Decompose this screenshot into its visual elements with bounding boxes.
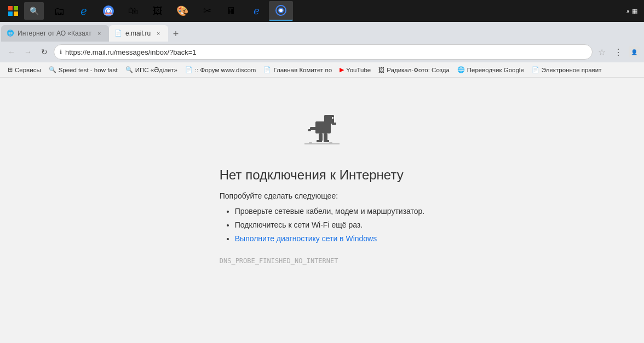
reload-button[interactable]: ↻ (37, 45, 51, 59)
bookmark-forum-icon: 📄 (185, 66, 193, 73)
browser-menu-button[interactable]: ⋮ (611, 45, 625, 59)
bookmarks-bar: ⊞ Сервисы 🔍 Speed test - how fast 🔍 ИПС … (0, 62, 644, 78)
taskbar-paint[interactable]: 🎨 (170, 1, 194, 21)
tabs-bar: 🌐 Интернет от АО «Казахт × 📄 e.mail.ru ×… (0, 22, 644, 42)
tab-1[interactable]: 🌐 Интернет от АО «Казахт × (1, 25, 109, 42)
tray-expand[interactable]: ∧ (626, 8, 630, 14)
new-tab-button[interactable]: + (168, 26, 183, 42)
tray-clock: ▦ (632, 8, 637, 15)
bookmark-servisy-icon: ⊞ (8, 66, 13, 73)
error-list: Проверьте сетевые кабели, модем и маршру… (220, 205, 425, 246)
bookmark-forum-label: :: Форум www.discom (195, 67, 256, 73)
error-content: Нет подключения к Интернету Попробуйте с… (220, 167, 425, 265)
bookmark-radikal-label: Радикал-Фото: Созда (387, 67, 450, 73)
address-bar: ← → ↻ ℹ https://e.mail.ru/messages/inbox… (0, 42, 644, 62)
start-button[interactable] (3, 1, 23, 21)
bookmark-egov-label: Электронное правит (542, 67, 602, 73)
error-suggestion-2: Подключитесь к сети Wi‑Fi ещё раз. (235, 218, 425, 232)
bookmark-adilet[interactable]: 🔍 ИПС «Әділет» (122, 64, 181, 76)
error-suggestion: Попробуйте сделать следующее: (220, 191, 425, 200)
svg-rect-15 (324, 133, 327, 141)
bookmark-youtube[interactable]: ▶ YouTube (336, 64, 374, 76)
taskbar-pinned-apps: 🗂 ℯ 🛍 🖼 🎨 (47, 1, 293, 21)
error-code: DNS_PROBE_FINISHED_NO_INTERNET (220, 257, 425, 265)
bookmark-glavnaya-icon: 📄 (263, 66, 271, 73)
tab-1-favicon: 🌐 (7, 30, 14, 37)
bookmark-speedtest-icon: 🔍 (49, 66, 56, 73)
svg-rect-11 (322, 128, 325, 130)
bookmark-translate-label: Переводчик Google (467, 67, 524, 73)
taskbar-chrome[interactable] (96, 1, 120, 21)
error-suggestion-1: Проверьте сетевые кабели, модем и маршру… (235, 205, 425, 218)
taskbar-edge[interactable]: ℯ (72, 1, 96, 21)
svg-rect-19 (309, 142, 312, 144)
tab-2-favicon: 📄 (114, 30, 122, 37)
bookmark-glavnaya-label: Главная Комитет по (273, 67, 332, 73)
bookmark-adilet-label: ИПС «Әділет» (135, 66, 177, 74)
url-box[interactable]: ℹ https://e.mail.ru/messages/inbox/?back… (54, 44, 593, 60)
svg-point-6 (279, 9, 283, 12)
page-content: Нет подключения к Интернету Попробуйте с… (0, 78, 644, 343)
bookmark-translate-icon: 🌐 (457, 66, 465, 73)
bookmark-speedtest[interactable]: 🔍 Speed test - how fast (45, 64, 121, 76)
tab-2-close[interactable]: × (154, 29, 163, 38)
svg-rect-16 (317, 140, 322, 142)
bookmark-radikal-icon: 🖼 (378, 67, 384, 73)
back-button[interactable]: ← (4, 45, 19, 59)
bookmark-servisy-label: Сервисы (15, 67, 41, 73)
svg-rect-14 (319, 133, 323, 141)
bookmark-egov-icon: 📄 (532, 66, 539, 73)
svg-rect-12 (310, 127, 317, 130)
bookmark-adilet-icon: 🔍 (125, 66, 133, 73)
svg-rect-20 (329, 142, 332, 144)
forward-button[interactable]: → (21, 45, 35, 59)
tab-1-close[interactable]: × (95, 29, 104, 38)
bookmark-egov[interactable]: 📄 Электронное правит (528, 64, 605, 76)
taskbar-ie[interactable]: ℯ (244, 1, 268, 21)
bookmark-servisy[interactable]: ⊞ Сервисы (4, 64, 44, 76)
svg-rect-17 (324, 140, 329, 142)
extension-icon[interactable]: 👤 (629, 46, 640, 57)
tab-1-title: Интернет от АО «Казахт (18, 30, 91, 37)
svg-rect-9 (332, 117, 334, 119)
svg-rect-13 (308, 129, 311, 131)
url-text: https://e.mail.ru/messages/inbox/?back=1 (65, 48, 586, 56)
svg-rect-10 (332, 123, 336, 125)
bookmark-glavnaya[interactable]: 📄 Главная Комитет по (260, 64, 335, 76)
bookmark-radikal[interactable]: 🖼 Радикал-Фото: Созда (375, 64, 453, 76)
taskbar: 🔍 🗂 ℯ 🛍 🖼 (0, 0, 644, 22)
secure-icon: ℹ (60, 49, 62, 56)
bookmark-youtube-label: YouTube (346, 67, 371, 73)
taskbar-store[interactable]: 🛍 (121, 1, 145, 21)
taskbar-photos[interactable]: 🖼 (146, 1, 170, 21)
error-diagnostics-link[interactable]: Выполните диагностику сети в Windows (235, 234, 377, 243)
bookmark-translate[interactable]: 🌐 Переводчик Google (454, 64, 527, 76)
svg-rect-8 (324, 115, 334, 124)
dino-svg (304, 111, 340, 149)
taskbar-calculator[interactable]: 🖩 (220, 1, 244, 21)
taskbar-chrome-active[interactable] (269, 1, 293, 21)
search-icon: 🔍 (30, 7, 39, 15)
bookmark-forum[interactable]: 📄 :: Форум www.discom (182, 64, 260, 76)
dino-illustration (304, 111, 340, 151)
system-tray: ∧ ▦ (626, 8, 641, 15)
error-title: Нет подключения к Интернету (220, 167, 425, 183)
bookmark-star-button[interactable]: ☆ (595, 45, 609, 59)
tab-2-title: e.mail.ru (125, 30, 151, 37)
bookmark-youtube-icon: ▶ (340, 66, 344, 73)
taskbar-search-button[interactable]: 🔍 (24, 2, 44, 20)
taskbar-snipping[interactable]: ✂ (195, 1, 219, 21)
svg-point-3 (107, 9, 110, 13)
tab-2[interactable]: 📄 e.mail.ru × (109, 25, 168, 42)
browser-chrome: 🌐 Интернет от АО «Казахт × 📄 e.mail.ru ×… (0, 22, 644, 78)
taskbar-file-explorer[interactable]: 🗂 (47, 1, 71, 21)
error-suggestion-3-item: Выполните диагностику сети в Windows (235, 232, 425, 246)
bookmark-speedtest-label: Speed test - how fast (59, 67, 118, 73)
